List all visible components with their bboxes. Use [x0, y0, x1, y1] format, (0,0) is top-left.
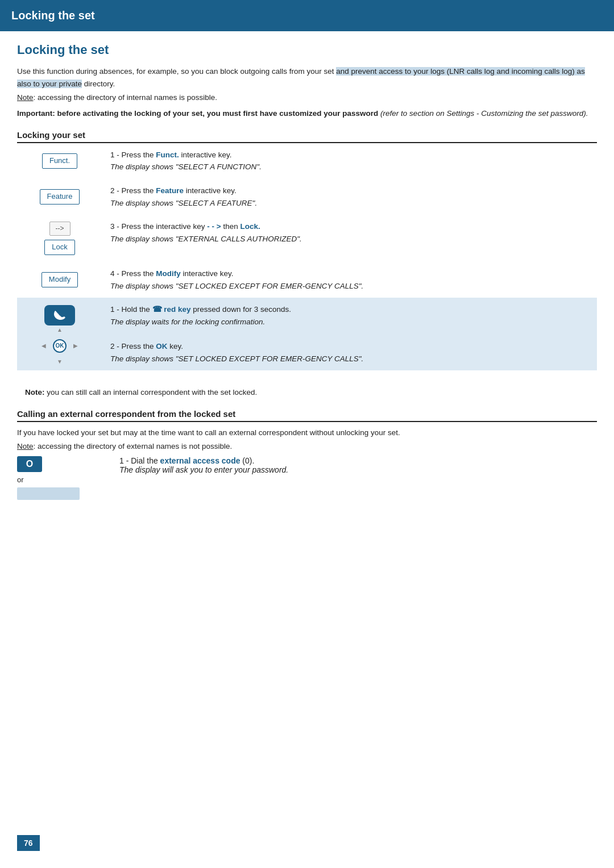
- step4-num: 4: [110, 269, 115, 278]
- step3-pre: - Press the interactive key: [115, 222, 208, 231]
- phone-step1: 1 - Hold the ☎ red key pressed down for …: [110, 303, 589, 328]
- lock-key[interactable]: Lock: [44, 240, 74, 255]
- phone-step1-num: 1: [110, 305, 115, 314]
- arrow-key[interactable]: -->: [49, 222, 70, 236]
- key-stack-3: --> Lock: [25, 220, 94, 256]
- phone-step2-num: 2: [110, 342, 115, 350]
- header-title: Locking the set: [11, 9, 603, 22]
- phone-step2-pre: - Press the: [115, 342, 156, 350]
- key-cell-4: Modify: [17, 262, 102, 298]
- phone-step1-italic: The display waits for the locking confir…: [110, 318, 265, 326]
- calling-keys: O or: [17, 456, 108, 500]
- call-step1-italic: The display will ask you to enter your p…: [119, 465, 288, 474]
- page-title: Locking the set: [17, 43, 597, 57]
- note-label: Note: [17, 93, 34, 102]
- step3-num: 3: [110, 222, 115, 231]
- desc-cell-phone: 1 - Hold the ☎ red key pressed down for …: [102, 298, 597, 370]
- step3-key2: Lock.: [240, 222, 260, 231]
- desc-cell-3: 3 - Press the interactive key - - > then…: [102, 215, 597, 262]
- key-cell-3: --> Lock: [17, 215, 102, 262]
- call-step1-num: 1: [119, 456, 124, 465]
- ok-nav: ▲ ◀ OK ▶ ▼: [43, 329, 77, 363]
- ok-button[interactable]: OK: [53, 339, 67, 353]
- step4-pre: - Press the: [115, 269, 156, 278]
- calling-desc: 1 - Dial the external access code (0). T…: [119, 456, 288, 474]
- step1-post: interactive key.: [179, 151, 232, 159]
- intro-note: Note: accessing the directory of interna…: [17, 93, 597, 102]
- step3-italic: The display shows "EXTERNAL CALLS AUTHOR…: [110, 235, 302, 243]
- calling-note-text: : accessing the directory of external na…: [34, 442, 233, 450]
- step2-italic: The display shows "SELECT A FEATURE".: [110, 199, 257, 207]
- step4-italic: The display shows "SET LOCKED EXCEPT FOR…: [110, 282, 363, 290]
- phone-icon-container: ▲ ◀ OK ▶ ▼: [25, 305, 94, 363]
- ok-key-label: OK: [156, 342, 167, 350]
- call-step1-post: (0).: [240, 456, 254, 465]
- main-content: Locking the set Use this function during…: [0, 43, 614, 517]
- step1-italic: The display shows "SELECT A FUNCTION".: [110, 162, 262, 171]
- locking-table: Funct. 1 - Press the Funct. interactive …: [17, 143, 597, 371]
- key-cell-1: Funct.: [17, 143, 102, 179]
- step1-num: 1: [110, 151, 115, 159]
- table-row: --> Lock 3 - Press the interactive key -…: [17, 215, 597, 262]
- table-row: Funct. 1 - Press the Funct. interactive …: [17, 143, 597, 179]
- key-cell-2: Feature: [17, 179, 102, 215]
- desc-cell-2: 2 - Press the Feature interactive key. T…: [102, 179, 597, 215]
- step3-mid: then: [221, 222, 240, 231]
- phone-step2: 2 - Press the OK key. The display shows …: [110, 340, 589, 365]
- key-cell-phone: ▲ ◀ OK ▶ ▼: [17, 298, 102, 370]
- phone-step1-post: pressed down for 3 seconds.: [191, 305, 291, 314]
- phone-icon: [44, 305, 75, 326]
- page-number: 76: [17, 835, 40, 851]
- handset-svg: [52, 310, 68, 321]
- intro-paragraph: Use this function during absences, for e…: [17, 65, 597, 90]
- step3-key: - - >: [207, 222, 221, 231]
- funct-key[interactable]: Funct.: [42, 153, 77, 169]
- step2-post: interactive key.: [184, 186, 237, 195]
- table-row: Feature 2 - Press the Feature interactiv…: [17, 179, 597, 215]
- important-text: Important: before activating the locking…: [17, 107, 597, 120]
- table-row-phone: ▲ ◀ OK ▶ ▼ 1 - Hold the ☎ red key presse…: [17, 298, 597, 370]
- step2-num: 2: [110, 186, 115, 195]
- note-text: : accessing the directory of internal na…: [34, 93, 217, 102]
- red-key-label: ☎ red key: [152, 305, 191, 314]
- phone-step1-pre: - Hold the: [115, 305, 152, 314]
- step1-key: Funct.: [156, 151, 179, 159]
- phone-step2-post: key.: [168, 342, 184, 350]
- o-key[interactable]: O: [17, 456, 42, 472]
- calling-step-row: O or 1 - Dial the external access code (…: [17, 456, 597, 500]
- calling-note-label: Note: [17, 442, 34, 450]
- step4-key: Modify: [156, 269, 181, 278]
- table-row: Modify 4 - Press the Modify interactive …: [17, 262, 597, 298]
- important-italic: (refer to section on Settings - Customiz…: [378, 109, 588, 118]
- note-after-text: you can still call an internal correspon…: [45, 388, 258, 397]
- or-label: or: [17, 475, 24, 484]
- step1-pre: - Press the: [115, 151, 156, 159]
- desc-cell-1: 1 - Press the Funct. interactive key. Th…: [102, 143, 597, 179]
- important-bold: Important: before activating the locking…: [17, 109, 378, 118]
- call-step1-key: external access code: [160, 456, 240, 465]
- note-after-label: Note:: [25, 388, 45, 397]
- intro-line1-post: directory.: [82, 80, 115, 88]
- calling-section-header: Calling an external correspondent from t…: [17, 409, 597, 422]
- feature-key[interactable]: Feature: [40, 189, 80, 205]
- calling-section: Calling an external correspondent from t…: [17, 409, 597, 500]
- step2-key: Feature: [156, 186, 184, 195]
- step2-pre: - Press the: [115, 186, 156, 195]
- header-bar: Locking the set: [0, 0, 614, 31]
- intro-line1-pre: Use this function during absences, for e…: [17, 67, 336, 76]
- blank-key: [17, 487, 80, 500]
- phone-step2-italic: The display shows "SET LOCKED EXCEPT FOR…: [110, 354, 363, 363]
- note-after-table: Note: you can still call an internal cor…: [17, 382, 597, 403]
- call-step1-pre: - Dial the: [124, 456, 160, 465]
- calling-note: Note: accessing the directory of externa…: [17, 442, 597, 450]
- desc-cell-4: 4 - Press the Modify interactive key. Th…: [102, 262, 597, 298]
- modify-key[interactable]: Modify: [42, 272, 78, 287]
- step4-post: interactive key.: [181, 269, 234, 278]
- calling-intro1: If you have locked your set but may at t…: [17, 427, 597, 439]
- locking-section-header: Locking your set: [17, 130, 597, 143]
